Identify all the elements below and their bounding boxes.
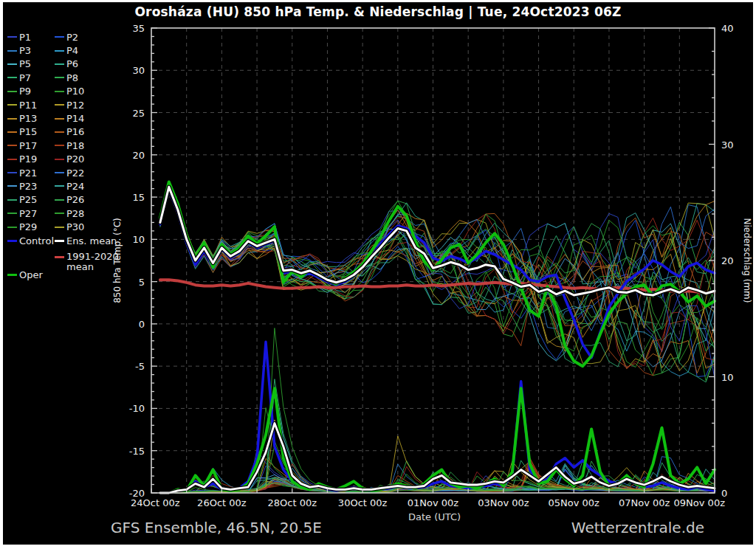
x-tick-label: 28Oct 00z (267, 497, 317, 508)
legend-swatch-clim-mean (55, 256, 64, 258)
legend-item-p7: P7 (7, 71, 53, 84)
legend-swatch-p22 (55, 172, 64, 173)
legend-label-p8: P8 (66, 72, 78, 83)
legend-swatch-p10 (55, 91, 64, 92)
member-precip-line (160, 328, 715, 493)
legend-item-p26: P26 (55, 193, 118, 207)
x-tick-label: 24Oct 00z (131, 497, 180, 508)
legend-swatch-p4 (55, 50, 64, 52)
legend-label-p17: P17 (19, 140, 37, 151)
legend-label-p21: P21 (19, 168, 37, 179)
y-right-axis-title: Niederschlag (mm) (742, 218, 752, 303)
legend-swatch-p7 (7, 77, 17, 78)
legend-item-p21: P21 (7, 166, 53, 179)
legend-swatch-p28 (55, 213, 64, 214)
legend-item-p20: P20 (55, 153, 118, 166)
legend-label-p23: P23 (19, 181, 37, 192)
legend-label-p12: P12 (66, 100, 84, 111)
y-right-tick-label: 30 (721, 139, 734, 151)
legend-label-p20: P20 (66, 153, 84, 165)
legend-label-p14: P14 (66, 113, 84, 124)
legend-label-p3: P3 (19, 45, 31, 56)
legend-item-p28: P28 (55, 207, 118, 220)
y-right-tick-label: 40 (721, 23, 734, 34)
legend-label-p11: P11 (19, 100, 37, 111)
x-tick-label: 30Oct 00z (338, 497, 388, 508)
legend-item-p15: P15 (7, 125, 53, 139)
legend-label-p15: P15 (19, 126, 37, 137)
legend-label-p10: P10 (66, 86, 84, 97)
y-left-tick-label: -15 (129, 446, 145, 457)
x-tick-label: 01Nov 00z (408, 497, 459, 508)
legend-label-p1: P1 (19, 32, 31, 43)
legend-item-p23: P23 (7, 179, 53, 193)
legend-item-p30: P30 (55, 220, 118, 233)
legend-item-p29: P29 (7, 220, 53, 233)
legend-label-p28: P28 (66, 208, 84, 219)
legend-item-p12: P12 (55, 98, 118, 111)
legend-swatch-p19 (7, 159, 17, 160)
member-temp-line (160, 184, 715, 377)
legend-swatch-p12 (55, 104, 64, 106)
legend-swatch-p29 (7, 227, 17, 228)
x-tick-label: 07Nov 00z (619, 497, 670, 508)
legend-item-p10: P10 (55, 85, 118, 98)
legend-swatch-p1 (7, 36, 17, 38)
legend-swatch-p21 (7, 172, 17, 173)
y-left-tick-label: 35 (132, 23, 145, 34)
legend-item-p2: P2 (55, 30, 118, 44)
legend-item-p6: P6 (55, 58, 118, 71)
legend-swatch-oper (7, 274, 17, 276)
x-tick-label: 03Nov 00z (478, 497, 529, 508)
legend-label-p25: P25 (19, 194, 37, 205)
legend-label-p24: P24 (66, 181, 84, 192)
legend-label-control: Control (19, 235, 54, 246)
legend-label-p19: P19 (19, 153, 37, 165)
legend-label-p13: P13 (19, 113, 37, 124)
legend-swatch-p6 (55, 63, 64, 65)
legend-item-p13: P13 (7, 111, 53, 125)
member-temp-line (160, 191, 715, 368)
y-left-tick-label: 5 (139, 277, 145, 288)
legend-swatch-p20 (55, 159, 64, 160)
x-axis-title: Date (UTC) (408, 511, 461, 522)
legend-swatch-p9 (7, 91, 17, 92)
legend-swatch-p18 (55, 145, 64, 146)
legend-item-p9: P9 (7, 85, 53, 98)
y-left-tick-label: 25 (132, 108, 145, 119)
legend-swatch-p3 (7, 50, 17, 52)
legend-item-p17: P17 (7, 139, 53, 152)
legend-item-p18: P18 (55, 139, 118, 152)
legend-swatch-p8 (55, 77, 64, 78)
legend-label-p9: P9 (19, 86, 31, 97)
legend-item-p14: P14 (55, 111, 118, 125)
member-temp-line (160, 189, 715, 376)
legend-item-p16: P16 (55, 125, 118, 139)
legend-swatch-p14 (55, 118, 64, 120)
legend-label-p27: P27 (19, 208, 37, 219)
legend-label-p29: P29 (19, 221, 37, 232)
y-left-tick-label: -5 (135, 361, 145, 372)
legend-item-p22: P22 (55, 166, 118, 179)
legend-label-p22: P22 (66, 168, 84, 179)
y-left-tick-label: 20 (132, 150, 145, 161)
legend-swatch-p27 (7, 213, 17, 214)
y-right-tick-label: 20 (721, 255, 734, 266)
legend-item-p27: P27 (7, 207, 53, 220)
legend-swatch-p15 (7, 131, 17, 133)
legend-item-control: Control (7, 234, 53, 247)
legend-item-p5: P5 (7, 58, 53, 71)
model-info-label: GFS Ensemble, 46.5N, 20.5E (111, 519, 322, 536)
legend-label-oper: Oper (19, 269, 43, 280)
legend-item-p11: P11 (7, 98, 53, 111)
x-tick-label: 09Nov 00z (674, 497, 726, 508)
legend-item-oper: Oper (7, 268, 126, 281)
x-tick-label: 05Nov 00z (549, 497, 600, 508)
legend-item-p3: P3 (7, 44, 53, 57)
member-temp-line (160, 189, 715, 370)
legend-swatch-p16 (55, 131, 64, 133)
legend-swatch-p26 (55, 199, 64, 201)
y-left-tick-label: 30 (132, 65, 145, 76)
legend-swatch-p2 (55, 36, 64, 38)
legend-item-ens-mean: Ens. mean (55, 234, 118, 247)
